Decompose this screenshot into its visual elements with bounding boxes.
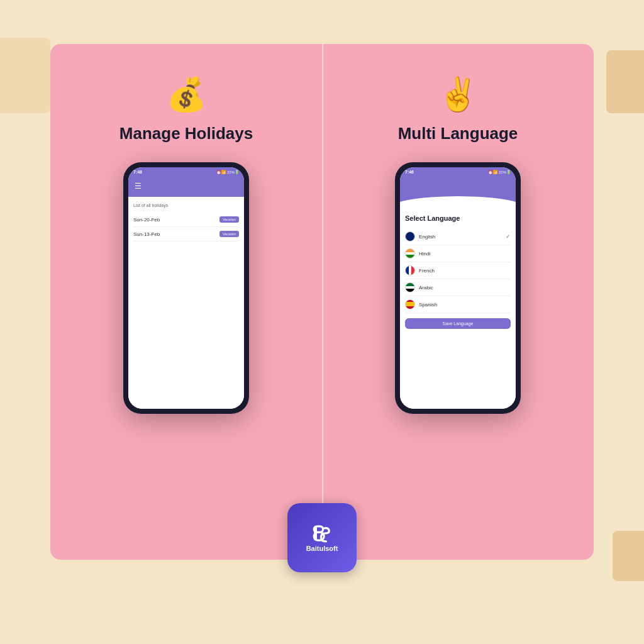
language-phone-time: 7:46 bbox=[405, 170, 414, 174]
flag-uae bbox=[405, 282, 415, 292]
manage-holidays-title: Manage Holidays bbox=[119, 124, 253, 143]
save-language-button[interactable]: Save Language bbox=[405, 318, 511, 329]
language-item-arabic[interactable]: Arabic bbox=[405, 279, 511, 296]
flag-india bbox=[405, 248, 415, 258]
bs-logo-svg bbox=[312, 523, 332, 543]
holidays-phone-icons: ⏰ 📶 22%🔋 bbox=[216, 170, 239, 174]
select-language-title: Select Language bbox=[405, 214, 511, 222]
holiday-item-1: Sun-20-Feb Vacation bbox=[133, 213, 239, 227]
holidays-list-label: List of all holidays bbox=[133, 203, 239, 208]
language-status-bar: 7:46 ⏰ 📶 22%🔋 bbox=[400, 167, 516, 177]
corner-decoration-tl bbox=[0, 38, 50, 113]
baitulsoft-logo: Baitulsoft bbox=[287, 503, 357, 572]
multi-language-title: Multi Language bbox=[398, 124, 518, 143]
language-item-english[interactable]: English ✓ bbox=[405, 228, 511, 245]
holidays-phone-mockup: 7:48 ⏰ 📶 22%🔋 ☰ List of all holidays Sun… bbox=[123, 162, 249, 414]
language-phone-icons: ⏰ 📶 22%🔋 bbox=[488, 170, 511, 174]
language-phone-screen: 7:46 ⏰ 📶 22%🔋 Select Language English ✓ bbox=[400, 167, 516, 409]
holidays-status-bar: 7:48 ⏰ 📶 22%🔋 bbox=[128, 167, 244, 177]
selected-checkmark: ✓ bbox=[506, 233, 511, 240]
holidays-content: List of all holidays Sun-20-Feb Vacation… bbox=[128, 197, 244, 409]
money-bag-icon: 💰 bbox=[166, 75, 207, 114]
language-name-arabic: Arabic bbox=[419, 285, 511, 291]
language-item-french[interactable]: French bbox=[405, 262, 511, 279]
language-name-french: French bbox=[419, 268, 511, 274]
holiday-date-1: Sun-20-Feb bbox=[133, 217, 160, 223]
vacation-badge-1: Vacation bbox=[219, 216, 239, 223]
corner-decoration-br bbox=[613, 531, 644, 581]
holiday-item-2: Sun-13-Feb Vacation bbox=[133, 227, 239, 242]
language-item-hindi[interactable]: Hindi bbox=[405, 245, 511, 262]
holidays-phone-screen: 7:48 ⏰ 📶 22%🔋 ☰ List of all holidays Sun… bbox=[128, 167, 244, 409]
language-item-spanish[interactable]: Spanish bbox=[405, 296, 511, 313]
language-app-header bbox=[400, 177, 516, 208]
peace-sign-icon: ✌️ bbox=[438, 75, 479, 114]
corner-decoration-tr bbox=[606, 50, 644, 113]
language-name-english: English bbox=[419, 234, 506, 240]
flag-uk bbox=[405, 231, 415, 242]
logo-name: Baitulsoft bbox=[306, 545, 338, 552]
flag-france bbox=[405, 265, 415, 275]
holiday-date-2: Sun-13-Feb bbox=[133, 231, 160, 237]
language-name-spanish: Spanish bbox=[419, 302, 511, 308]
holidays-app-header: ☰ bbox=[128, 177, 244, 197]
holidays-phone-time: 7:48 bbox=[133, 170, 142, 174]
main-panel: 💰 Manage Holidays 7:48 ⏰ 📶 22%🔋 ☰ List o… bbox=[50, 44, 594, 560]
vacation-badge-2: Vacation bbox=[219, 231, 239, 237]
manage-holidays-section: 💰 Manage Holidays 7:48 ⏰ 📶 22%🔋 ☰ List o… bbox=[50, 44, 322, 560]
hamburger-icon: ☰ bbox=[135, 182, 238, 191]
multi-language-section: ✌️ Multi Language 7:46 ⏰ 📶 22%🔋 Select L… bbox=[322, 44, 594, 560]
flag-spain bbox=[405, 299, 415, 309]
language-name-hindi: Hindi bbox=[419, 251, 511, 257]
wave-decoration bbox=[400, 196, 516, 209]
language-content: Select Language English ✓ Hindi bbox=[400, 208, 516, 409]
language-phone-mockup: 7:46 ⏰ 📶 22%🔋 Select Language English ✓ bbox=[395, 162, 521, 414]
